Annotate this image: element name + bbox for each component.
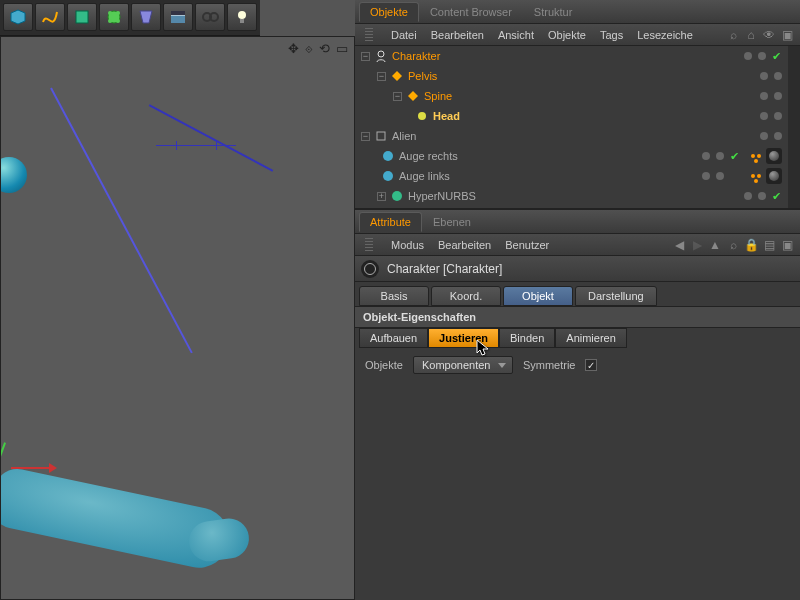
tree-item-eye-left[interactable]: Auge links ✔ <box>355 166 800 186</box>
svg-rect-7 <box>171 11 185 15</box>
viewport-controls[interactable]: ✥⟐⟲▭ <box>288 41 348 56</box>
up-icon[interactable]: ▲ <box>708 238 722 252</box>
nurbs-tool-icon[interactable] <box>67 3 97 31</box>
visibility-dot[interactable] <box>760 132 768 140</box>
menu-bookmarks[interactable]: Lesezeiche <box>637 29 693 41</box>
components-dropdown[interactable]: Komponenten <box>413 356 513 374</box>
eye-mesh[interactable] <box>0 157 27 193</box>
tab-object[interactable]: Objekt <box>503 286 573 306</box>
maximize-icon[interactable]: ▣ <box>780 238 794 252</box>
visibility-dot[interactable] <box>702 152 710 160</box>
expand-icon[interactable]: + <box>377 192 386 201</box>
tab-display[interactable]: Darstellung <box>575 286 657 306</box>
render-dot[interactable] <box>774 72 782 80</box>
deformer-tool-icon[interactable] <box>131 3 161 31</box>
texture-tag-icon[interactable] <box>746 169 760 183</box>
cube-tool-icon[interactable] <box>3 3 33 31</box>
back-icon[interactable]: ◀ <box>672 238 686 252</box>
symmetry-checkbox[interactable]: ✓ <box>585 359 597 371</box>
search-icon[interactable]: ⌕ <box>726 238 740 252</box>
tab-content-browser[interactable]: Content Browser <box>419 2 523 21</box>
frame-view-icon[interactable]: ▭ <box>336 41 348 56</box>
render-dot[interactable] <box>758 192 766 200</box>
tree-scrollbar[interactable] <box>788 46 800 208</box>
limb-mesh[interactable] <box>0 465 235 574</box>
forward-icon[interactable]: ▶ <box>690 238 704 252</box>
material-tag-icon[interactable] <box>766 148 782 164</box>
menu-file[interactable]: Datei <box>391 29 417 41</box>
joint-icon <box>414 109 430 123</box>
move-view-icon[interactable]: ✥ <box>288 41 299 56</box>
tree-item-pelvis[interactable]: − Pelvis <box>355 66 800 86</box>
home-icon[interactable]: ⌂ <box>744 28 758 42</box>
tab-objects[interactable]: Objekte <box>359 2 419 22</box>
tree-item-head[interactable]: Head <box>355 106 800 126</box>
collapse-icon[interactable]: − <box>393 92 402 101</box>
tab-adjust[interactable]: Justieren <box>428 328 499 348</box>
menu-tags[interactable]: Tags <box>600 29 623 41</box>
object-tree[interactable]: − Charakter ✔ − Pelvis − Spine Head − Al… <box>355 46 800 208</box>
zoom-view-icon[interactable]: ⟐ <box>305 41 313 56</box>
visibility-dot[interactable] <box>744 52 752 60</box>
collapse-icon[interactable]: − <box>361 52 370 61</box>
visibility-dot[interactable] <box>760 112 768 120</box>
enable-check-icon[interactable]: ✔ <box>730 150 740 163</box>
generator-tool-icon[interactable] <box>99 3 129 31</box>
panel-grip-icon[interactable] <box>365 28 373 42</box>
visibility-dot[interactable] <box>760 92 768 100</box>
collapse-icon[interactable]: − <box>377 72 386 81</box>
visibility-dot[interactable] <box>702 172 710 180</box>
new-icon[interactable]: ▤ <box>762 238 776 252</box>
tab-animate[interactable]: Animieren <box>555 328 627 348</box>
spline-tool-icon[interactable] <box>35 3 65 31</box>
visibility-dot[interactable] <box>760 72 768 80</box>
objects-label: Objekte <box>365 359 403 371</box>
menu-mode[interactable]: Modus <box>391 239 424 251</box>
enable-check-icon[interactable]: ✔ <box>772 190 782 203</box>
tab-layers[interactable]: Ebenen <box>422 212 482 231</box>
collapse-icon[interactable]: − <box>361 132 370 141</box>
light-tool-icon[interactable] <box>227 3 257 31</box>
panel-grip-icon[interactable] <box>365 238 373 252</box>
tree-item-hypernurbs[interactable]: + HyperNURBS ✔ <box>355 186 800 206</box>
render-dot[interactable] <box>758 52 766 60</box>
tab-build[interactable]: Aufbauen <box>359 328 428 348</box>
search-icon[interactable]: ⌕ <box>726 28 740 42</box>
eye-icon[interactable]: 👁 <box>762 28 776 42</box>
menu-objects[interactable]: Objekte <box>548 29 586 41</box>
menu-edit[interactable]: Bearbeiten <box>431 29 484 41</box>
tree-item-character[interactable]: − Charakter ✔ <box>355 46 800 66</box>
tree-item-spine[interactable]: − Spine <box>355 86 800 106</box>
render-dot[interactable] <box>774 112 782 120</box>
render-dot[interactable] <box>716 172 724 180</box>
menu-view[interactable]: Ansicht <box>498 29 534 41</box>
tree-item-alien[interactable]: − Alien <box>355 126 800 146</box>
rotate-view-icon[interactable]: ⟲ <box>319 41 330 56</box>
joint-icon <box>389 69 405 83</box>
axis-y-icon[interactable] <box>1 442 19 464</box>
object-manager-tabs: Objekte Content Browser Struktur <box>355 0 800 24</box>
svg-marker-13 <box>392 71 402 81</box>
menu-edit[interactable]: Bearbeiten <box>438 239 491 251</box>
maximize-icon[interactable]: ▣ <box>780 28 794 42</box>
lock-icon[interactable]: 🔒 <box>744 238 758 252</box>
visibility-dot[interactable] <box>744 192 752 200</box>
tab-bind[interactable]: Binden <box>499 328 555 348</box>
tab-basis[interactable]: Basis <box>359 286 429 306</box>
render-dot[interactable] <box>774 92 782 100</box>
tab-attribute[interactable]: Attribute <box>359 212 422 232</box>
camera-tool-icon[interactable] <box>195 3 225 31</box>
render-dot[interactable] <box>716 152 724 160</box>
perspective-viewport[interactable]: ✥⟐⟲▭ <box>0 36 355 600</box>
section-header: Objekt-Eigenschaften <box>355 307 800 328</box>
render-dot[interactable] <box>774 132 782 140</box>
svg-point-17 <box>383 151 393 161</box>
tree-item-eye-right[interactable]: Auge rechts ✔ <box>355 146 800 166</box>
menu-user[interactable]: Benutzer <box>505 239 549 251</box>
enable-check-icon[interactable]: ✔ <box>772 50 782 63</box>
tab-structure[interactable]: Struktur <box>523 2 584 21</box>
texture-tag-icon[interactable] <box>746 149 760 163</box>
material-tag-icon[interactable] <box>766 168 782 184</box>
tab-coord[interactable]: Koord. <box>431 286 501 306</box>
environment-tool-icon[interactable] <box>163 3 193 31</box>
